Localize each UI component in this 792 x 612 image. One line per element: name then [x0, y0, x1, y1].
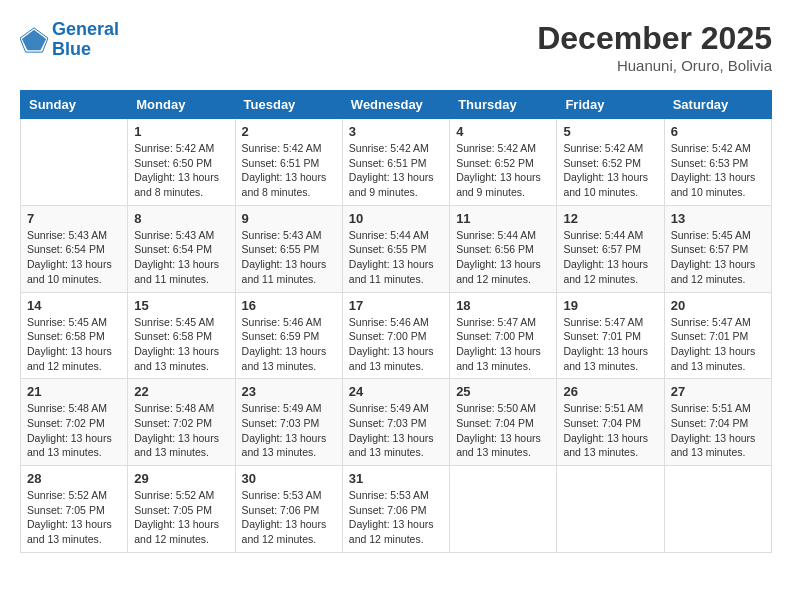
day-detail: Sunrise: 5:51 AMSunset: 7:04 PMDaylight:…: [563, 401, 657, 460]
calendar-cell: 25Sunrise: 5:50 AMSunset: 7:04 PMDayligh…: [450, 379, 557, 466]
page-header: General Blue December 2025 Huanuni, Orur…: [20, 20, 772, 74]
calendar-cell: [450, 466, 557, 553]
day-detail: Sunrise: 5:51 AMSunset: 7:04 PMDaylight:…: [671, 401, 765, 460]
day-number: 15: [134, 298, 228, 313]
weekday-header-friday: Friday: [557, 91, 664, 119]
day-number: 8: [134, 211, 228, 226]
day-detail: Sunrise: 5:45 AMSunset: 6:58 PMDaylight:…: [27, 315, 121, 374]
day-detail: Sunrise: 5:46 AMSunset: 6:59 PMDaylight:…: [242, 315, 336, 374]
weekday-header-monday: Monday: [128, 91, 235, 119]
day-number: 9: [242, 211, 336, 226]
calendar-cell: 17Sunrise: 5:46 AMSunset: 7:00 PMDayligh…: [342, 292, 449, 379]
calendar-cell: 26Sunrise: 5:51 AMSunset: 7:04 PMDayligh…: [557, 379, 664, 466]
weekday-header-saturday: Saturday: [664, 91, 771, 119]
day-number: 14: [27, 298, 121, 313]
day-number: 21: [27, 384, 121, 399]
calendar-cell: 11Sunrise: 5:44 AMSunset: 6:56 PMDayligh…: [450, 205, 557, 292]
day-number: 1: [134, 124, 228, 139]
day-detail: Sunrise: 5:47 AMSunset: 7:01 PMDaylight:…: [671, 315, 765, 374]
calendar-cell: 29Sunrise: 5:52 AMSunset: 7:05 PMDayligh…: [128, 466, 235, 553]
weekday-header-wednesday: Wednesday: [342, 91, 449, 119]
calendar: SundayMondayTuesdayWednesdayThursdayFrid…: [20, 90, 772, 553]
day-number: 27: [671, 384, 765, 399]
day-number: 24: [349, 384, 443, 399]
day-detail: Sunrise: 5:52 AMSunset: 7:05 PMDaylight:…: [134, 488, 228, 547]
calendar-cell: 4Sunrise: 5:42 AMSunset: 6:52 PMDaylight…: [450, 119, 557, 206]
calendar-cell: 18Sunrise: 5:47 AMSunset: 7:00 PMDayligh…: [450, 292, 557, 379]
day-number: 11: [456, 211, 550, 226]
day-detail: Sunrise: 5:42 AMSunset: 6:52 PMDaylight:…: [563, 141, 657, 200]
day-number: 29: [134, 471, 228, 486]
day-detail: Sunrise: 5:45 AMSunset: 6:58 PMDaylight:…: [134, 315, 228, 374]
month-title: December 2025: [537, 20, 772, 57]
day-detail: Sunrise: 5:42 AMSunset: 6:53 PMDaylight:…: [671, 141, 765, 200]
day-number: 26: [563, 384, 657, 399]
logo-line2: Blue: [52, 39, 91, 59]
svg-marker-0: [22, 30, 46, 51]
calendar-cell: 5Sunrise: 5:42 AMSunset: 6:52 PMDaylight…: [557, 119, 664, 206]
calendar-cell: [664, 466, 771, 553]
calendar-cell: 7Sunrise: 5:43 AMSunset: 6:54 PMDaylight…: [21, 205, 128, 292]
day-detail: Sunrise: 5:44 AMSunset: 6:55 PMDaylight:…: [349, 228, 443, 287]
logo-icon: [20, 26, 48, 54]
day-detail: Sunrise: 5:50 AMSunset: 7:04 PMDaylight:…: [456, 401, 550, 460]
day-detail: Sunrise: 5:49 AMSunset: 7:03 PMDaylight:…: [242, 401, 336, 460]
weekday-header-tuesday: Tuesday: [235, 91, 342, 119]
day-detail: Sunrise: 5:49 AMSunset: 7:03 PMDaylight:…: [349, 401, 443, 460]
day-detail: Sunrise: 5:44 AMSunset: 6:56 PMDaylight:…: [456, 228, 550, 287]
calendar-cell: [21, 119, 128, 206]
day-number: 10: [349, 211, 443, 226]
calendar-cell: 19Sunrise: 5:47 AMSunset: 7:01 PMDayligh…: [557, 292, 664, 379]
day-number: 19: [563, 298, 657, 313]
weekday-header-thursday: Thursday: [450, 91, 557, 119]
day-number: 16: [242, 298, 336, 313]
calendar-cell: 8Sunrise: 5:43 AMSunset: 6:54 PMDaylight…: [128, 205, 235, 292]
day-number: 31: [349, 471, 443, 486]
calendar-cell: 24Sunrise: 5:49 AMSunset: 7:03 PMDayligh…: [342, 379, 449, 466]
weekday-header-sunday: Sunday: [21, 91, 128, 119]
location: Huanuni, Oruro, Bolivia: [537, 57, 772, 74]
day-detail: Sunrise: 5:43 AMSunset: 6:54 PMDaylight:…: [134, 228, 228, 287]
logo-text: General Blue: [52, 20, 119, 60]
calendar-cell: 31Sunrise: 5:53 AMSunset: 7:06 PMDayligh…: [342, 466, 449, 553]
day-detail: Sunrise: 5:44 AMSunset: 6:57 PMDaylight:…: [563, 228, 657, 287]
calendar-cell: 9Sunrise: 5:43 AMSunset: 6:55 PMDaylight…: [235, 205, 342, 292]
calendar-cell: 30Sunrise: 5:53 AMSunset: 7:06 PMDayligh…: [235, 466, 342, 553]
logo-line1: General: [52, 19, 119, 39]
calendar-cell: 27Sunrise: 5:51 AMSunset: 7:04 PMDayligh…: [664, 379, 771, 466]
day-number: 20: [671, 298, 765, 313]
day-detail: Sunrise: 5:46 AMSunset: 7:00 PMDaylight:…: [349, 315, 443, 374]
week-row-3: 14Sunrise: 5:45 AMSunset: 6:58 PMDayligh…: [21, 292, 772, 379]
day-number: 5: [563, 124, 657, 139]
calendar-cell: 14Sunrise: 5:45 AMSunset: 6:58 PMDayligh…: [21, 292, 128, 379]
calendar-cell: 23Sunrise: 5:49 AMSunset: 7:03 PMDayligh…: [235, 379, 342, 466]
day-detail: Sunrise: 5:47 AMSunset: 7:00 PMDaylight:…: [456, 315, 550, 374]
day-number: 12: [563, 211, 657, 226]
calendar-cell: 15Sunrise: 5:45 AMSunset: 6:58 PMDayligh…: [128, 292, 235, 379]
week-row-1: 1Sunrise: 5:42 AMSunset: 6:50 PMDaylight…: [21, 119, 772, 206]
day-number: 4: [456, 124, 550, 139]
calendar-cell: 3Sunrise: 5:42 AMSunset: 6:51 PMDaylight…: [342, 119, 449, 206]
day-number: 30: [242, 471, 336, 486]
calendar-cell: 10Sunrise: 5:44 AMSunset: 6:55 PMDayligh…: [342, 205, 449, 292]
logo: General Blue: [20, 20, 119, 60]
title-area: December 2025 Huanuni, Oruro, Bolivia: [537, 20, 772, 74]
calendar-cell: 13Sunrise: 5:45 AMSunset: 6:57 PMDayligh…: [664, 205, 771, 292]
calendar-cell: 1Sunrise: 5:42 AMSunset: 6:50 PMDaylight…: [128, 119, 235, 206]
day-number: 23: [242, 384, 336, 399]
day-detail: Sunrise: 5:42 AMSunset: 6:52 PMDaylight:…: [456, 141, 550, 200]
day-detail: Sunrise: 5:53 AMSunset: 7:06 PMDaylight:…: [349, 488, 443, 547]
day-number: 17: [349, 298, 443, 313]
day-number: 6: [671, 124, 765, 139]
day-detail: Sunrise: 5:42 AMSunset: 6:51 PMDaylight:…: [349, 141, 443, 200]
day-number: 18: [456, 298, 550, 313]
day-detail: Sunrise: 5:43 AMSunset: 6:54 PMDaylight:…: [27, 228, 121, 287]
calendar-cell: [557, 466, 664, 553]
day-detail: Sunrise: 5:53 AMSunset: 7:06 PMDaylight:…: [242, 488, 336, 547]
day-detail: Sunrise: 5:45 AMSunset: 6:57 PMDaylight:…: [671, 228, 765, 287]
day-number: 3: [349, 124, 443, 139]
day-detail: Sunrise: 5:48 AMSunset: 7:02 PMDaylight:…: [27, 401, 121, 460]
week-row-5: 28Sunrise: 5:52 AMSunset: 7:05 PMDayligh…: [21, 466, 772, 553]
day-detail: Sunrise: 5:42 AMSunset: 6:50 PMDaylight:…: [134, 141, 228, 200]
week-row-2: 7Sunrise: 5:43 AMSunset: 6:54 PMDaylight…: [21, 205, 772, 292]
